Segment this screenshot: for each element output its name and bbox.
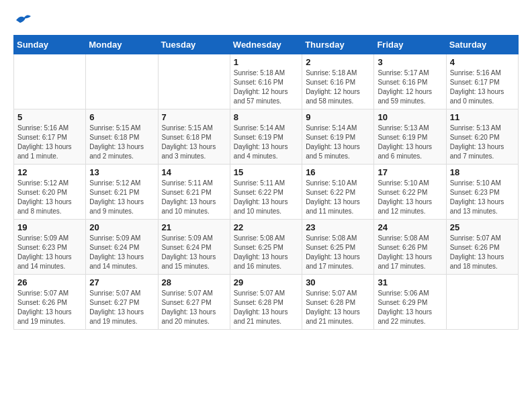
day-number: 24 [378,222,442,232]
calendar-week-row: 19Sunrise: 5:09 AM Sunset: 6:23 PM Dayli… [14,220,519,275]
weekday-header-sunday: Sunday [14,36,86,54]
day-number: 10 [378,112,442,122]
day-number: 1 [234,57,298,67]
weekday-header-wednesday: Wednesday [230,36,302,54]
calendar-cell: 28Sunrise: 5:07 AM Sunset: 6:27 PM Dayli… [158,275,230,330]
calendar-cell: 1Sunrise: 5:18 AM Sunset: 6:16 PM Daylig… [230,54,302,109]
day-info: Sunrise: 5:15 AM Sunset: 6:18 PM Dayligh… [89,124,154,161]
calendar-cell: 20Sunrise: 5:09 AM Sunset: 6:24 PM Dayli… [86,220,158,275]
calendar-week-row: 26Sunrise: 5:07 AM Sunset: 6:26 PM Dayli… [14,275,519,330]
day-number: 17 [378,167,442,177]
calendar-cell: 4Sunrise: 5:16 AM Sunset: 6:17 PM Daylig… [446,54,518,109]
day-info: Sunrise: 5:18 AM Sunset: 6:16 PM Dayligh… [306,68,370,106]
calendar-cell [158,54,230,109]
calendar-cell: 12Sunrise: 5:12 AM Sunset: 6:20 PM Dayli… [14,165,86,220]
day-number: 20 [89,222,154,232]
day-number: 15 [234,167,298,177]
calendar-week-row: 12Sunrise: 5:12 AM Sunset: 6:20 PM Dayli… [14,165,519,220]
day-info: Sunrise: 5:10 AM Sunset: 6:22 PM Dayligh… [378,179,442,216]
calendar-cell: 5Sunrise: 5:16 AM Sunset: 6:17 PM Daylig… [14,109,86,165]
day-number: 6 [89,112,154,122]
day-number: 19 [17,222,82,232]
day-info: Sunrise: 5:09 AM Sunset: 6:23 PM Dayligh… [17,234,82,271]
day-info: Sunrise: 5:09 AM Sunset: 6:24 PM Dayligh… [89,234,154,271]
calendar-cell: 21Sunrise: 5:09 AM Sunset: 6:24 PM Dayli… [158,220,230,275]
calendar-cell: 8Sunrise: 5:14 AM Sunset: 6:19 PM Daylig… [230,109,302,165]
day-info: Sunrise: 5:10 AM Sunset: 6:22 PM Dayligh… [306,179,370,216]
day-info: Sunrise: 5:14 AM Sunset: 6:19 PM Dayligh… [306,124,370,161]
calendar-cell: 25Sunrise: 5:07 AM Sunset: 6:26 PM Dayli… [446,220,518,275]
calendar-cell: 14Sunrise: 5:11 AM Sunset: 6:21 PM Dayli… [158,165,230,220]
day-number: 18 [450,167,515,177]
day-info: Sunrise: 5:06 AM Sunset: 6:29 PM Dayligh… [378,289,442,326]
day-info: Sunrise: 5:11 AM Sunset: 6:21 PM Dayligh… [162,179,226,216]
weekday-header-monday: Monday [86,36,158,54]
day-info: Sunrise: 5:10 AM Sunset: 6:23 PM Dayligh… [450,179,515,216]
day-info: Sunrise: 5:14 AM Sunset: 6:19 PM Dayligh… [234,124,298,161]
day-number: 13 [89,167,154,177]
logo-bird-icon [15,13,32,27]
day-number: 27 [89,277,154,287]
calendar-cell: 30Sunrise: 5:07 AM Sunset: 6:28 PM Dayli… [302,275,374,330]
day-info: Sunrise: 5:09 AM Sunset: 6:24 PM Dayligh… [162,234,226,271]
day-number: 14 [162,167,226,177]
logo [13,13,32,24]
day-info: Sunrise: 5:17 AM Sunset: 6:16 PM Dayligh… [378,68,442,106]
day-number: 28 [162,277,226,287]
day-number: 9 [306,112,370,122]
calendar-cell: 15Sunrise: 5:11 AM Sunset: 6:22 PM Dayli… [230,165,302,220]
day-info: Sunrise: 5:08 AM Sunset: 6:26 PM Dayligh… [378,234,442,271]
calendar-cell: 6Sunrise: 5:15 AM Sunset: 6:18 PM Daylig… [86,109,158,165]
day-info: Sunrise: 5:12 AM Sunset: 6:20 PM Dayligh… [17,179,82,216]
day-number: 5 [17,112,82,122]
day-number: 31 [378,277,442,287]
calendar-cell: 16Sunrise: 5:10 AM Sunset: 6:22 PM Dayli… [302,165,374,220]
day-number: 11 [450,112,515,122]
day-number: 26 [17,277,82,287]
day-info: Sunrise: 5:07 AM Sunset: 6:28 PM Dayligh… [234,289,298,326]
calendar-cell: 19Sunrise: 5:09 AM Sunset: 6:23 PM Dayli… [14,220,86,275]
day-number: 30 [306,277,370,287]
day-number: 12 [17,167,82,177]
calendar-cell: 10Sunrise: 5:13 AM Sunset: 6:19 PM Dayli… [374,109,446,165]
weekday-header-friday: Friday [374,36,446,54]
day-info: Sunrise: 5:07 AM Sunset: 6:26 PM Dayligh… [450,234,515,271]
day-number: 3 [378,57,442,67]
calendar-cell: 26Sunrise: 5:07 AM Sunset: 6:26 PM Dayli… [14,275,86,330]
calendar-cell: 9Sunrise: 5:14 AM Sunset: 6:19 PM Daylig… [302,109,374,165]
day-info: Sunrise: 5:11 AM Sunset: 6:22 PM Dayligh… [234,179,298,216]
calendar-table: SundayMondayTuesdayWednesdayThursdayFrid… [13,35,519,330]
calendar-cell: 24Sunrise: 5:08 AM Sunset: 6:26 PM Dayli… [374,220,446,275]
day-number: 8 [234,112,298,122]
calendar-cell: 2Sunrise: 5:18 AM Sunset: 6:16 PM Daylig… [302,54,374,109]
day-info: Sunrise: 5:08 AM Sunset: 6:25 PM Dayligh… [234,234,298,271]
day-number: 2 [306,57,370,67]
day-info: Sunrise: 5:08 AM Sunset: 6:25 PM Dayligh… [306,234,370,271]
calendar-cell: 27Sunrise: 5:07 AM Sunset: 6:27 PM Dayli… [86,275,158,330]
calendar-cell [446,275,518,330]
calendar-week-row: 5Sunrise: 5:16 AM Sunset: 6:17 PM Daylig… [14,109,519,165]
calendar-cell: 23Sunrise: 5:08 AM Sunset: 6:25 PM Dayli… [302,220,374,275]
day-number: 23 [306,222,370,232]
day-info: Sunrise: 5:13 AM Sunset: 6:19 PM Dayligh… [378,124,442,161]
day-info: Sunrise: 5:15 AM Sunset: 6:18 PM Dayligh… [162,124,226,161]
calendar-cell: 18Sunrise: 5:10 AM Sunset: 6:23 PM Dayli… [446,165,518,220]
day-info: Sunrise: 5:12 AM Sunset: 6:21 PM Dayligh… [89,179,154,216]
day-info: Sunrise: 5:16 AM Sunset: 6:17 PM Dayligh… [17,124,82,161]
weekday-header-thursday: Thursday [302,36,374,54]
page-header [13,13,519,24]
calendar-cell: 29Sunrise: 5:07 AM Sunset: 6:28 PM Dayli… [230,275,302,330]
day-info: Sunrise: 5:16 AM Sunset: 6:17 PM Dayligh… [450,68,515,106]
day-number: 4 [450,57,515,67]
day-info: Sunrise: 5:07 AM Sunset: 6:28 PM Dayligh… [306,289,370,326]
calendar-cell: 31Sunrise: 5:06 AM Sunset: 6:29 PM Dayli… [374,275,446,330]
weekday-header-saturday: Saturday [446,36,518,54]
calendar-cell: 3Sunrise: 5:17 AM Sunset: 6:16 PM Daylig… [374,54,446,109]
calendar-cell: 22Sunrise: 5:08 AM Sunset: 6:25 PM Dayli… [230,220,302,275]
day-number: 25 [450,222,515,232]
day-info: Sunrise: 5:07 AM Sunset: 6:26 PM Dayligh… [17,289,82,326]
day-number: 7 [162,112,226,122]
day-number: 29 [234,277,298,287]
calendar-week-row: 1Sunrise: 5:18 AM Sunset: 6:16 PM Daylig… [14,54,519,109]
day-number: 22 [234,222,298,232]
